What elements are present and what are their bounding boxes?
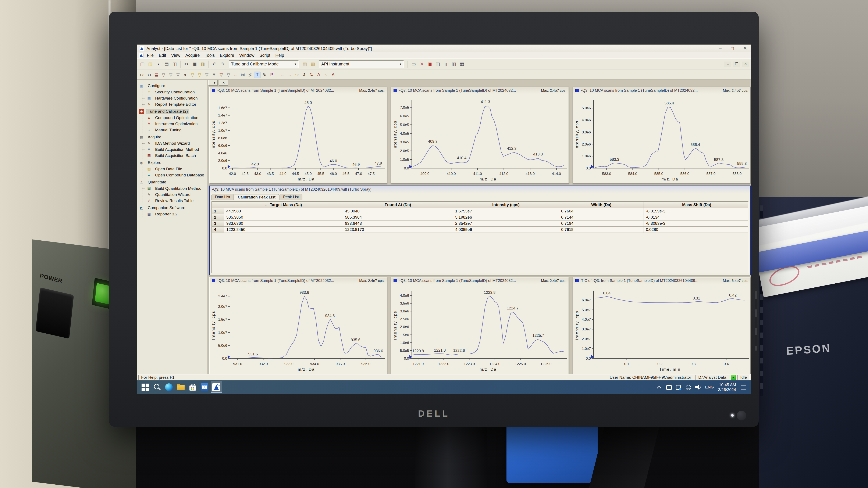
zoom-band-icon[interactable]: ⋈ — [240, 72, 246, 78]
sidebar-section-explore[interactable]: ◎Explore — [139, 160, 207, 166]
child-minimize-button[interactable]: – — [724, 61, 731, 67]
action-center-icon[interactable] — [740, 384, 746, 390]
table-cell[interactable]: 933.6443 — [343, 220, 453, 226]
vial-add-icon[interactable]: ▽ — [196, 72, 203, 78]
flask-mix-icon[interactable]: ▽ — [204, 72, 210, 78]
table-cell[interactable]: 1223.8170 — [343, 226, 453, 233]
menu-item-view[interactable]: View — [169, 53, 183, 58]
taskbar-explorer-button[interactable] — [175, 381, 186, 393]
history-back-icon[interactable]: ← — [280, 72, 286, 78]
sidebar-item-build-acquisition-method[interactable]: ≡Build Acquisition Method — [143, 147, 207, 153]
table-cell[interactable]: 585.3984 — [343, 214, 453, 220]
table-cell[interactable]: 0.0280 — [644, 226, 749, 233]
sidebar-item-manual-tuning[interactable]: ♪Manual Tuning — [143, 127, 207, 133]
tab-calibration-peak-list[interactable]: Calibration Peak List — [234, 194, 279, 200]
sidebar-item-instrument-optimization[interactable]: AInstrument Optimization — [143, 121, 207, 127]
pane-split-icon[interactable]: ▥ — [450, 61, 458, 68]
taskbar-edge-button[interactable] — [163, 381, 175, 393]
reserve-instrument-icon[interactable]: ▣ — [426, 61, 433, 68]
taskbar-store-button[interactable] — [187, 381, 198, 393]
pane-close-button[interactable]: ✕ — [219, 80, 228, 86]
column-header-row-number[interactable] — [212, 202, 224, 208]
menu-item-window[interactable]: Window — [237, 53, 257, 58]
scale-icon[interactable]: ⇕ — [301, 72, 308, 78]
flask-reject-icon[interactable]: ▽ — [218, 72, 224, 78]
column-header-Found At (Da)[interactable]: Found At (Da) — [343, 202, 453, 208]
new-file-icon[interactable]: ▢ — [139, 61, 146, 68]
mode-select[interactable]: Tune and Calibrate Mode ▾ — [229, 60, 299, 68]
column-header-Width (Da)[interactable]: Width (Da) — [559, 202, 644, 208]
print-icon[interactable]: ▤ — [163, 61, 170, 68]
spectrum-panel-3[interactable]: -Q3: 10 MCA scans from Sample 1 (TuneSam… — [573, 87, 751, 184]
table-cell[interactable]: 1223.8450 — [224, 226, 343, 233]
column-header-Target Mass (Da)[interactable]: ↓Target Mass (Da) — [224, 202, 343, 208]
save-icon[interactable]: ▪ — [155, 61, 162, 68]
taskbar-search-button[interactable] — [152, 381, 162, 393]
sidebar-item-build-quantitation-method[interactable]: ▤Build Quantitation Method — [143, 185, 207, 192]
paste-icon[interactable]: ▥ — [199, 61, 206, 68]
print-preview-icon[interactable]: ◫ — [171, 61, 178, 68]
sidebar-item-review-results-table[interactable]: ✔Review Results Table — [143, 198, 207, 204]
table-row[interactable]: 3933.6360933.64432.3542e70.7194-8.3083e-… — [212, 220, 749, 226]
sidebar-item-open-data-file[interactable]: ▨Open Data File — [143, 166, 207, 172]
table-cell[interactable]: 5.1982e6 — [453, 214, 559, 220]
flask-acid-icon[interactable]: ▽ — [175, 72, 181, 78]
history-forward-icon[interactable]: → — [287, 72, 293, 78]
flask-check-icon[interactable]: ▽ — [225, 72, 231, 78]
new-project-folder-icon[interactable]: ▨ — [301, 61, 308, 68]
table-cell[interactable]: 45.0040 — [343, 208, 453, 214]
row-number-cell[interactable]: 4 — [212, 226, 224, 233]
table-row[interactable]: 2585.3850585.39845.1982e60.7144-0.0134 — [212, 214, 749, 220]
pane-top-icon[interactable]: ◫ — [434, 61, 441, 68]
spectrum-chart-585[interactable]: 0.01.0e62.0e63.0e64.0e65.0e6583.0584.058… — [573, 94, 749, 183]
sidebar-item-open-compound-database[interactable]: ◒Open Compound Database — [143, 172, 207, 178]
share-icon[interactable] — [675, 384, 681, 390]
pane-selector-dropdown[interactable]: —▾ — [208, 80, 218, 86]
table-cell[interactable]: -8.3083e-3 — [644, 220, 749, 226]
table-cell[interactable]: 0.7144 — [559, 214, 644, 220]
sidebar-item-reporter-3-2[interactable]: ▤Reporter 3.2 — [143, 211, 207, 217]
sidebar-section-tune-and-calibrate-2-[interactable]: ◈Tune and Calibrate (2) — [139, 108, 207, 115]
table-cell[interactable]: 2.3542e7 — [453, 220, 559, 226]
open-file-icon[interactable]: ▨ — [147, 61, 154, 68]
sphere-icon[interactable]: ● — [182, 72, 188, 78]
taskbar-mail-button[interactable] — [199, 381, 210, 393]
language-indicator[interactable]: ENG — [705, 385, 714, 390]
column-header-Intensity (cps)[interactable]: Intensity (cps) — [453, 202, 559, 208]
child-close-button[interactable]: ✕ — [742, 61, 749, 67]
annotate-pen-icon[interactable]: ✎ — [261, 72, 268, 78]
hardware-profile-select[interactable]: API Instrument ▾ — [319, 60, 404, 68]
menu-item-script[interactable]: Script — [257, 53, 273, 58]
sidebar-item-report-template-editor[interactable]: ✎Report Template Editor — [143, 101, 207, 107]
spectrum-chart-1223[interactable]: 0.05.0e51.0e61.5e62.0e62.5e63.0e63.5e64.… — [392, 284, 568, 373]
taskbar-start-button[interactable] — [140, 381, 151, 393]
sidebar-section-configure[interactable]: ▦Configure — [139, 83, 207, 89]
pane-grid-icon[interactable]: ▦ — [458, 61, 466, 68]
menu-item-explore[interactable]: Explore — [217, 53, 237, 58]
menu-item-edit[interactable]: Edit — [156, 53, 168, 58]
calibration-list-panel[interactable]: -Q3: 10 MCA scans from Sample 1 (TuneSam… — [209, 186, 751, 275]
tic-panel[interactable]: TIC of -Q3: from Sample 1 (TuneSampleID)… — [573, 277, 751, 374]
table-cell[interactable]: 44.9980 — [224, 208, 343, 214]
column-header-Mass Shift (Da)[interactable]: Mass Shift (Da) — [644, 202, 749, 208]
start-syringe-icon[interactable]: ↦ — [139, 72, 145, 78]
sidebar-item-quantitation-wizard[interactable]: ✎Quantitation Wizard — [143, 192, 207, 198]
phone-link-icon[interactable] — [665, 384, 672, 390]
redo-icon[interactable]: ↷ — [219, 61, 226, 68]
table-row[interactable]: 41223.84501223.81704.0085e60.76180.0280 — [212, 226, 749, 233]
table-cell[interactable]: 933.6360 — [224, 220, 343, 226]
child-restore-button[interactable]: ❐ — [733, 61, 740, 67]
monitor-osd-buttons[interactable] — [755, 291, 757, 351]
sidebar-section-companion-software[interactable]: ◩Companion Software — [139, 205, 207, 211]
spectrum-chart-933[interactable]: 0.05.0e61.0e71.5e72.0e72.4e7931.0932.093… — [210, 284, 386, 373]
table-cell[interactable]: -0.0134 — [644, 214, 749, 220]
table-cell[interactable]: 1.6753e7 — [453, 208, 559, 214]
network-icon[interactable] — [685, 384, 691, 390]
spectrum-chart-411[interactable]: 0.01.0e52.0e53.0e54.0e55.0e56.0e57.0e540… — [392, 94, 568, 183]
spectrum-chart-45[interactable]: 0.02.0e64.0e66.0e68.0e61.0e71.2e71.4e71.… — [210, 94, 386, 183]
clock[interactable]: 10:45 AM 3/26/2024 — [718, 382, 736, 392]
flask-fill-icon[interactable]: ▽ — [167, 72, 174, 78]
chevron-up-icon[interactable] — [656, 384, 662, 390]
row-number-cell[interactable]: 1 — [212, 208, 224, 214]
table-cell[interactable]: 0.7194 — [559, 220, 644, 226]
